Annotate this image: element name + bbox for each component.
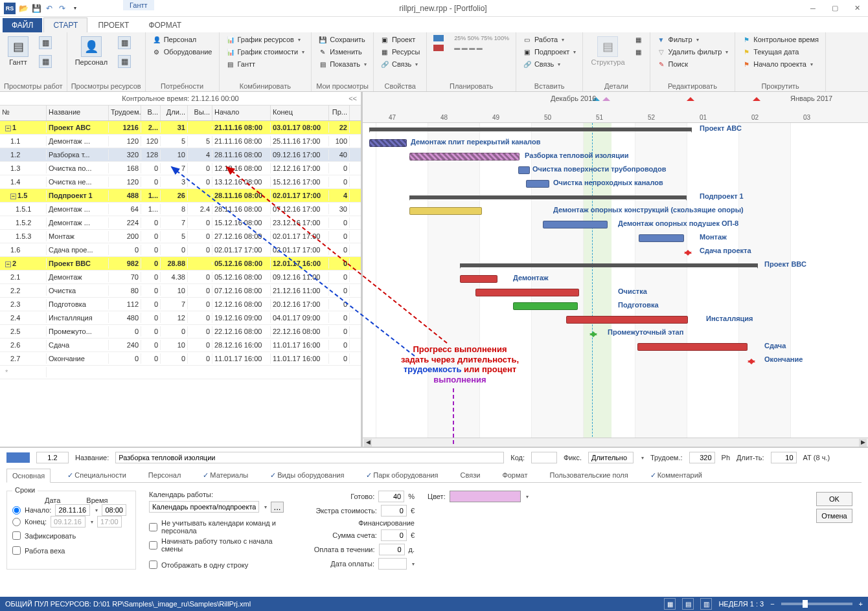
res-btn1[interactable]: ▦ <box>114 34 135 52</box>
minimize-button[interactable]: ─ <box>802 0 824 17</box>
task-row[interactable]: 2.2Очистка80010007.12.16 08:0021.12.16 1… <box>0 284 361 298</box>
search-button[interactable]: ✎Поиск <box>654 58 731 70</box>
fix-checkbox[interactable] <box>12 531 21 540</box>
col-duration[interactable]: Дли... <box>161 106 188 120</box>
resources-props-button[interactable]: ▦Ресурсы <box>378 46 422 58</box>
task-row[interactable]: −1Проект АВС12162...3121.11.16 08:0003.0… <box>0 121 361 135</box>
tab-format[interactable]: Формат <box>497 469 532 482</box>
task-row[interactable]: 1.6Сдача прое...000002.01.17 17:0002.01.… <box>0 243 361 257</box>
shift-checkbox[interactable] <box>149 541 157 550</box>
task-row[interactable]: 1.5.2Демонтаж ...22407015.12.16 08:0023.… <box>0 216 361 230</box>
calendar-select[interactable] <box>149 501 259 513</box>
gantt-bar[interactable] <box>639 234 684 242</box>
status-btn1[interactable]: ▦ <box>664 598 676 610</box>
tab-specialties[interactable]: ✓Специальности <box>62 469 131 482</box>
task-row[interactable]: 1.3Очистка по...16807012.12.16 08:0012.1… <box>0 162 361 175</box>
gantt-bar[interactable] <box>543 221 608 228</box>
milestone-checkbox[interactable] <box>12 546 21 555</box>
tab-equip-types[interactable]: ✓Виды оборудования <box>265 469 349 482</box>
extra-cost-field[interactable] <box>381 505 407 517</box>
scroll-left-icon[interactable]: ◀ <box>364 439 372 447</box>
col-progress[interactable]: Пр... <box>329 106 350 120</box>
zoom-out-icon[interactable]: − <box>770 600 774 608</box>
personal-need-button[interactable]: 👤Персонал <box>150 34 215 45</box>
insert-work-button[interactable]: ▭Работа▾ <box>520 34 578 45</box>
task-row[interactable]: −2Проект ВВС982028.8805.12.16 08:0012.01… <box>0 257 361 271</box>
calendar-browse[interactable]: ... <box>271 502 284 513</box>
color-swatch[interactable] <box>450 491 521 502</box>
save-view-button[interactable]: 💾Сохранить <box>315 34 369 45</box>
end-date[interactable] <box>51 516 86 528</box>
gantt-combine-button[interactable]: ▤Гантт <box>223 58 308 70</box>
task-row[interactable]: 2.6Сдача240010028.12.16 16:0011.01.17 16… <box>0 339 361 352</box>
task-row[interactable]: 2.7Окончание000011.01.17 16:0011.01.17 1… <box>0 352 361 366</box>
dur-field[interactable] <box>771 452 797 463</box>
gantt-bar[interactable] <box>684 246 692 254</box>
detail-btn1[interactable]: ▦ <box>632 34 646 45</box>
task-no-field[interactable] <box>36 452 69 463</box>
plan-btn2[interactable] <box>431 43 446 52</box>
task-row[interactable]: 1.2Разборка т...32012810428.11.16 08:000… <box>0 148 361 162</box>
tab-main[interactable]: Основная <box>6 469 51 483</box>
undo-icon[interactable]: ↶ <box>44 3 54 14</box>
col-start[interactable]: Начало <box>212 106 271 120</box>
save-icon[interactable]: 💾 <box>31 3 41 14</box>
oneline-checkbox[interactable] <box>149 561 157 569</box>
equipment-need-button[interactable]: ⚙Оборудование <box>150 46 215 58</box>
tab-project[interactable]: ПРОЕКТ <box>89 18 138 32</box>
gantt-bar[interactable] <box>409 195 687 199</box>
task-row[interactable]: 1.5.1Демонтаж ...641...82.428.11.16 08:0… <box>0 203 361 216</box>
views-btn2[interactable]: ▦ <box>35 52 56 71</box>
start-time[interactable] <box>102 504 126 516</box>
status-btn2[interactable]: ▤ <box>682 598 694 610</box>
task-name-field[interactable] <box>115 452 504 463</box>
close-button[interactable]: ✕ <box>846 0 868 17</box>
project-props-button[interactable]: ▣Проект <box>378 34 422 45</box>
zoom-slider[interactable] <box>781 603 852 605</box>
gantt-bar[interactable] <box>518 166 530 174</box>
task-row[interactable]: 1.5.3Монтаж20005027.12.16 08:0002.01.17 … <box>0 230 361 243</box>
cancel-button[interactable]: Отмена <box>816 509 852 523</box>
ready-field[interactable] <box>378 491 404 502</box>
detail-btn2[interactable]: ▦ <box>632 46 646 58</box>
col-done[interactable]: В... <box>141 106 161 120</box>
maximize-button[interactable]: ▢ <box>824 0 846 17</box>
delete-filter-button[interactable]: ▽Удалить фильтр▾ <box>654 46 731 58</box>
gantt-bar[interactable] <box>409 153 520 161</box>
plan-pct2[interactable]: ▬ ▬ ▬ ▬ <box>451 43 512 52</box>
show-view-button[interactable]: ▤Показать▾ <box>315 58 369 70</box>
col-dur-done[interactable]: Вы... <box>188 106 212 120</box>
gantt-bar[interactable] <box>369 128 692 131</box>
tab-format[interactable]: ФОРМАТ <box>139 18 190 32</box>
plan-pct1[interactable]: 25% 50% 75% 100% <box>451 34 512 43</box>
gantt-bar[interactable] <box>460 275 497 283</box>
redo-icon[interactable]: ↷ <box>57 3 67 14</box>
col-work[interactable]: Трудоем. <box>109 106 141 120</box>
start-radio[interactable] <box>12 506 21 515</box>
collapse-grid-button[interactable]: << <box>348 94 357 102</box>
gantt-bar[interactable] <box>409 207 482 215</box>
task-row[interactable]: 2.1Демонтаж7004.38005.12.16 08:0009.12.1… <box>0 271 361 284</box>
invoice-field[interactable] <box>381 529 407 541</box>
resource-graph-button[interactable]: 📊График ресурсов▾ <box>223 34 308 45</box>
link-props-button[interactable]: 🔗Связь▾ <box>378 58 422 70</box>
cost-graph-button[interactable]: 📊График стоимости▾ <box>223 46 308 58</box>
insert-link-button[interactable]: 🔗Связь▾ <box>520 58 578 70</box>
task-row[interactable]: −1.5Подпроект 14881...2628.11.16 08:0002… <box>0 189 361 203</box>
scroll-right-icon[interactable]: ▶ <box>859 439 867 447</box>
gantt-bar[interactable] <box>748 355 755 362</box>
tab-start[interactable]: СТАРТ <box>43 17 87 32</box>
tab-custom[interactable]: Пользовательские поля <box>544 469 633 482</box>
change-view-button[interactable]: ✎Изменить <box>315 46 369 58</box>
end-time[interactable] <box>97 516 122 528</box>
pay-date-field[interactable] <box>378 558 407 570</box>
tab-equip-park[interactable]: ✓Парк оборудования <box>361 469 443 482</box>
gantt-bar[interactable] <box>566 316 688 324</box>
tab-personal[interactable]: Персонал <box>143 469 187 482</box>
ignore-cal-checkbox[interactable] <box>149 523 157 531</box>
open-icon[interactable]: 📂 <box>18 3 29 14</box>
gantt-bar[interactable] <box>637 343 748 351</box>
gantt-bar[interactable] <box>475 289 579 296</box>
plan-btn1[interactable] <box>431 34 446 43</box>
task-row[interactable]: 1.4Очистка не...12003013.12.16 08:0015.1… <box>0 175 361 189</box>
